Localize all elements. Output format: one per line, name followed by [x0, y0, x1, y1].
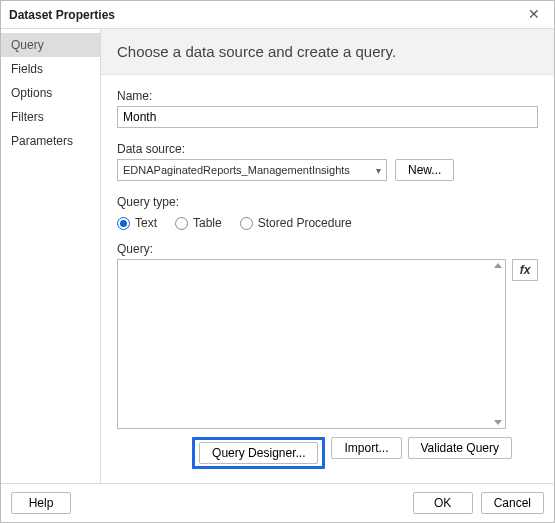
name-input[interactable] — [117, 106, 538, 128]
radio-table[interactable]: Table — [175, 216, 222, 230]
content-pane: Choose a data source and create a query.… — [101, 29, 554, 483]
sidebar-item-label: Query — [11, 38, 44, 52]
sidebar-item-label: Options — [11, 86, 52, 100]
ok-button[interactable]: OK — [413, 492, 473, 514]
radio-icon — [240, 217, 253, 230]
sidebar-item-label: Filters — [11, 110, 44, 124]
window-title: Dataset Properties — [9, 8, 115, 22]
highlight-annotation: Query Designer... — [192, 437, 325, 469]
sidebar-item-query[interactable]: Query — [1, 33, 100, 57]
sidebar-item-options[interactable]: Options — [1, 81, 100, 105]
chevron-down-icon: ▾ — [376, 165, 381, 176]
button-label: Import... — [344, 441, 388, 455]
sidebar-item-fields[interactable]: Fields — [1, 57, 100, 81]
button-label: New... — [408, 163, 441, 177]
query-textarea[interactable] — [117, 259, 506, 429]
sidebar: Query Fields Options Filters Parameters — [1, 29, 101, 483]
radio-text[interactable]: Text — [117, 216, 157, 230]
dialog-footer: Help OK Cancel — [1, 483, 554, 522]
scroll-down-icon — [494, 420, 502, 425]
radio-icon — [117, 217, 130, 230]
fx-label: fx — [520, 263, 531, 277]
dialog-window: Dataset Properties ✕ Query Fields Option… — [0, 0, 555, 523]
query-designer-button[interactable]: Query Designer... — [199, 442, 318, 464]
button-label: Help — [29, 496, 54, 510]
close-icon[interactable]: ✕ — [522, 5, 546, 25]
query-action-row: Query Designer... Import... Validate Que… — [117, 437, 538, 469]
content-heading: Choose a data source and create a query. — [101, 29, 554, 75]
dialog-body: Query Fields Options Filters Parameters … — [1, 29, 554, 483]
button-label: Cancel — [494, 496, 531, 510]
radio-label: Table — [193, 216, 222, 230]
titlebar: Dataset Properties ✕ — [1, 1, 554, 29]
querytype-radio-group: Text Table Stored Procedure — [117, 216, 538, 230]
name-label: Name: — [117, 89, 538, 103]
new-datasource-button[interactable]: New... — [395, 159, 454, 181]
radio-label: Text — [135, 216, 157, 230]
datasource-dropdown[interactable]: EDNAPaginatedReports_ManagementInsights … — [117, 159, 387, 181]
import-button[interactable]: Import... — [331, 437, 401, 459]
query-label: Query: — [117, 242, 538, 256]
expression-button[interactable]: fx — [512, 259, 538, 281]
scroll-up-icon — [494, 263, 502, 268]
cancel-button[interactable]: Cancel — [481, 492, 544, 514]
button-label: Validate Query — [421, 441, 500, 455]
querytype-label: Query type: — [117, 195, 538, 209]
scrollbar[interactable] — [494, 263, 502, 425]
sidebar-item-label: Fields — [11, 62, 43, 76]
validate-query-button[interactable]: Validate Query — [408, 437, 513, 459]
datasource-label: Data source: — [117, 142, 538, 156]
help-button[interactable]: Help — [11, 492, 71, 514]
button-label: Query Designer... — [212, 446, 305, 460]
sidebar-item-filters[interactable]: Filters — [1, 105, 100, 129]
radio-label: Stored Procedure — [258, 216, 352, 230]
form-body: Name: Data source: EDNAPaginatedReports_… — [101, 75, 554, 483]
sidebar-item-label: Parameters — [11, 134, 73, 148]
sidebar-item-parameters[interactable]: Parameters — [1, 129, 100, 153]
datasource-value: EDNAPaginatedReports_ManagementInsights — [123, 164, 350, 176]
button-label: OK — [434, 496, 451, 510]
radio-icon — [175, 217, 188, 230]
radio-stored-procedure[interactable]: Stored Procedure — [240, 216, 352, 230]
